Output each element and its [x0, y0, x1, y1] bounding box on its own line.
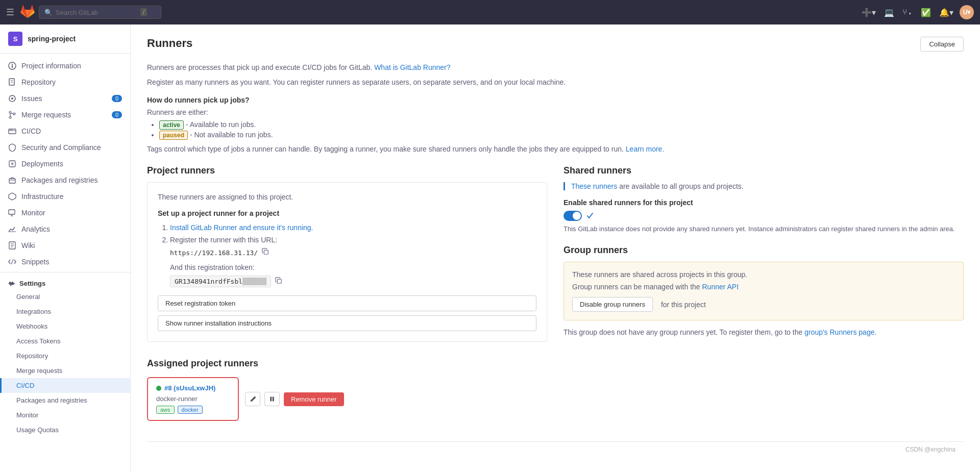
sidebar-item-packages[interactable]: Packages and registries	[0, 172, 130, 188]
enable-section: Enable shared runners for this project T…	[564, 198, 964, 233]
these-runners-link[interactable]: These runners	[571, 182, 617, 190]
settings-general[interactable]: General	[0, 289, 130, 304]
token-row: GR1348941nrdfFsbl▓▓▓▓▓▓	[170, 276, 536, 287]
url-row: https://192.168.31.13/	[170, 248, 536, 257]
sidebar-item-analytics[interactable]: Analytics	[0, 221, 130, 237]
runner-card: #8 (sUsuLxwJH) docker-runner aws docker	[147, 377, 239, 421]
project-runners-title: Project runners	[147, 165, 547, 176]
copy-token-icon[interactable]	[275, 277, 282, 286]
sidebar-item-snippets[interactable]: Snippets	[0, 254, 130, 270]
sidebar-item-cicd[interactable]: CI/CD	[0, 123, 130, 139]
runner-id[interactable]: #8 (sUsuLxwJH)	[164, 384, 215, 392]
runner-active-item: active - Available to run jobs.	[159, 120, 964, 129]
show-instructions-button[interactable]: Show runner installation instructions	[158, 315, 536, 331]
activity-icon[interactable]: 🔔▾	[937, 6, 955, 19]
runner-row: #8 (sUsuLxwJH) docker-runner aws docker	[147, 377, 547, 421]
two-column-section: Project runners These runners are assign…	[147, 165, 964, 429]
hamburger-icon[interactable]: ☰	[6, 7, 14, 18]
runners-description-1: Runners are processes that pick up and e…	[147, 62, 964, 73]
runner-api-link[interactable]: Runner API	[702, 283, 739, 291]
setup-steps: Install GitLab Runner and ensure it's ru…	[158, 223, 536, 257]
group-runners-page-link[interactable]: group's Runners page.	[804, 328, 876, 336]
footer-text: CSDN @engchina	[905, 446, 955, 453]
svg-line-26	[11, 259, 13, 264]
paused-badge: paused	[159, 131, 188, 140]
group-runners-box: These runners are shared across projects…	[564, 262, 964, 320]
learn-more-link[interactable]: Learn more.	[626, 145, 664, 153]
svg-rect-18	[9, 210, 15, 214]
reset-token-button[interactable]: Reset registration token	[158, 295, 536, 311]
sidebar-item-project-information[interactable]: Project information	[0, 58, 130, 74]
project-name: spring-project	[28, 35, 76, 43]
shared-runners-title: Shared runners	[564, 165, 964, 176]
project-runners-desc: These runners are assigned to this proje…	[158, 193, 536, 201]
search-box[interactable]: 🔍 /	[39, 6, 161, 19]
settings-webhooks[interactable]: Webhooks	[0, 319, 130, 334]
security-icon	[8, 143, 16, 152]
packages-icon	[8, 176, 16, 184]
sidebar-item-deployments[interactable]: Deployments	[0, 156, 130, 172]
runner-tags: aws docker	[156, 406, 230, 414]
for-project-text: for this project	[661, 301, 706, 309]
disable-group-runners-button[interactable]: Disable group runners	[572, 297, 653, 312]
collapse-button[interactable]: Collapse	[920, 37, 964, 52]
svg-rect-17	[9, 179, 15, 183]
token-section: And this registration token: GR1348941nr…	[170, 263, 536, 287]
gitlab-logo	[20, 5, 35, 19]
sidebar: S spring-project Project information Rep…	[0, 24, 131, 473]
sidebar-divider	[0, 272, 130, 272]
settings-header: Settings	[0, 275, 130, 289]
settings-usage-quotas[interactable]: Usage Quotas	[0, 422, 130, 437]
settings-repository[interactable]: Repository	[0, 348, 130, 363]
settings-merge-requests[interactable]: Merge requests	[0, 363, 130, 378]
sidebar-item-label: Project information	[21, 62, 81, 70]
create-icon[interactable]: ➕▾	[860, 6, 878, 19]
edit-runner-button[interactable]	[245, 392, 260, 406]
user-avatar[interactable]: U▾	[960, 5, 974, 19]
svg-rect-27	[264, 250, 268, 254]
page-layout: S spring-project Project information Rep…	[0, 24, 980, 473]
runner-url: https://192.168.31.13/	[170, 249, 258, 257]
project-runners-section: Project runners These runners are assign…	[147, 165, 547, 429]
sidebar-item-monitor[interactable]: Monitor	[0, 205, 130, 221]
sidebar-item-label: Security and Compliance	[21, 143, 101, 152]
sidebar-item-security[interactable]: Security and Compliance	[0, 139, 130, 156]
shared-runners-toggle[interactable]	[564, 211, 582, 221]
group-runners-title: Group runners	[564, 245, 964, 256]
settings-integrations[interactable]: Integrations	[0, 304, 130, 319]
runner-paused-item: paused - Not available to run jobs.	[159, 131, 964, 139]
repository-icon	[8, 78, 16, 86]
sidebar-item-infrastructure[interactable]: Infrastructure	[0, 188, 130, 205]
pause-runner-button[interactable]	[264, 392, 280, 406]
settings-packages-registries[interactable]: Packages and registries	[0, 393, 130, 408]
group-runners-footer: This group does not have any group runne…	[564, 327, 964, 338]
install-runner-link[interactable]: Install GitLab Runner and ensure it's ru…	[170, 223, 313, 232]
sidebar-item-repository[interactable]: Repository	[0, 74, 130, 90]
sidebar-item-merge-requests[interactable]: Merge requests 0	[0, 107, 130, 123]
settings-monitor[interactable]: Monitor	[0, 408, 130, 422]
remove-runner-button[interactable]: Remove runner	[284, 392, 344, 406]
token-label: And this registration token:	[170, 263, 536, 271]
merge-icon[interactable]: ⑂▾	[900, 6, 915, 19]
sidebar-item-issues[interactable]: Issues 0	[0, 90, 130, 107]
sidebar-item-wiki[interactable]: Wiki	[0, 237, 130, 254]
project-header: S spring-project	[0, 24, 130, 54]
settings-cicd[interactable]: CI/CD	[0, 378, 130, 393]
runners-either: Runners are either:	[147, 108, 964, 116]
page-title: Runners	[147, 37, 192, 50]
code-icon[interactable]: 💻	[882, 6, 896, 19]
svg-point-15	[11, 130, 12, 131]
merge-requests-badge: 0	[112, 111, 122, 118]
copy-url-icon[interactable]	[262, 248, 269, 257]
gitlab-runner-link[interactable]: What is GitLab Runner?	[374, 63, 450, 71]
todo-icon[interactable]: ✅	[919, 6, 933, 19]
tag-docker: docker	[178, 406, 203, 414]
disable-group-row: Disable group runners for this project	[572, 297, 955, 312]
top-navbar: ☰ 🔍 / ➕▾ 💻 ⑂▾ ✅ 🔔▾ U▾	[0, 0, 980, 24]
search-input[interactable]	[56, 9, 137, 16]
main-content: Runners Collapse Runners are processes t…	[131, 24, 980, 473]
settings-label: Settings	[19, 280, 45, 287]
search-slash: /	[140, 8, 147, 16]
runner-description: docker-runner	[156, 395, 230, 403]
settings-access-tokens[interactable]: Access Tokens	[0, 334, 130, 348]
